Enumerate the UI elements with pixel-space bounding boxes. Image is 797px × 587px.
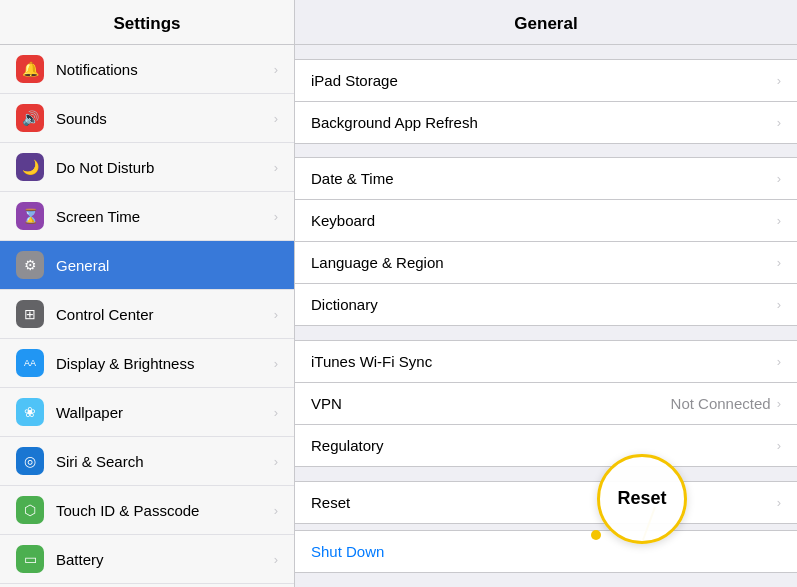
sidebar-item-label-general: General: [56, 257, 109, 274]
background-app-refresh-row[interactable]: Background App Refresh ›: [295, 102, 797, 143]
reset-callout-circle: Reset: [597, 454, 687, 544]
language-region-chevron: ›: [777, 255, 781, 270]
regulatory-row[interactable]: Regulatory ›: [295, 425, 797, 466]
settings-group-itunes: iTunes Wi-Fi Sync › VPN Not Connected › …: [295, 340, 797, 467]
sidebar-chevron-touch-id: ›: [274, 503, 278, 518]
itunes-wifi-sync-row[interactable]: iTunes Wi-Fi Sync ›: [295, 341, 797, 383]
sidebar-item-label-control-center: Control Center: [56, 306, 154, 323]
keyboard-label: Keyboard: [311, 212, 777, 229]
sidebar-item-label-display-brightness: Display & Brightness: [56, 355, 194, 372]
reset-callout-dot: [591, 530, 601, 540]
sidebar-item-battery[interactable]: ▭Battery›: [0, 535, 294, 584]
sidebar-icon-wallpaper: ❀: [16, 398, 44, 426]
sidebar-list: 🔔Notifications›🔊Sounds›🌙Do Not Disturb›⌛…: [0, 45, 294, 587]
sidebar-icon-sounds: 🔊: [16, 104, 44, 132]
itunes-wifi-sync-chevron: ›: [777, 354, 781, 369]
vpn-chevron: ›: [777, 396, 781, 411]
sidebar-item-wallpaper[interactable]: ❀Wallpaper›: [0, 388, 294, 437]
reset-callout-label: Reset: [617, 488, 666, 509]
sidebar-chevron-siri-search: ›: [274, 454, 278, 469]
dictionary-row[interactable]: Dictionary ›: [295, 284, 797, 325]
sidebar-item-general[interactable]: ⚙General: [0, 241, 294, 290]
sidebar-icon-do-not-disturb: 🌙: [16, 153, 44, 181]
sidebar-chevron-battery: ›: [274, 552, 278, 567]
app-container: Settings 🔔Notifications›🔊Sounds›🌙Do Not …: [0, 0, 797, 587]
sidebar-chevron-wallpaper: ›: [274, 405, 278, 420]
settings-group-datetime: Date & Time › Keyboard › Language & Regi…: [295, 157, 797, 326]
sidebar-chevron-notifications: ›: [274, 62, 278, 77]
sidebar-item-label-wallpaper: Wallpaper: [56, 404, 123, 421]
sidebar-item-do-not-disturb[interactable]: 🌙Do Not Disturb›: [0, 143, 294, 192]
sidebar-item-label-screen-time: Screen Time: [56, 208, 140, 225]
sidebar-item-label-sounds: Sounds: [56, 110, 107, 127]
sidebar-item-display-brightness[interactable]: AADisplay & Brightness›: [0, 339, 294, 388]
sidebar-item-notifications[interactable]: 🔔Notifications›: [0, 45, 294, 94]
sidebar-icon-screen-time: ⌛: [16, 202, 44, 230]
sidebar-item-label-touch-id: Touch ID & Passcode: [56, 502, 199, 519]
sidebar-chevron-control-center: ›: [274, 307, 278, 322]
reset-chevron: ›: [777, 495, 781, 510]
sidebar-chevron-screen-time: ›: [274, 209, 278, 224]
sidebar-icon-general: ⚙: [16, 251, 44, 279]
sidebar-item-siri-search[interactable]: ◎Siri & Search›: [0, 437, 294, 486]
sidebar-chevron-display-brightness: ›: [274, 356, 278, 371]
vpn-row[interactable]: VPN Not Connected ›: [295, 383, 797, 425]
sidebar-icon-notifications: 🔔: [16, 55, 44, 83]
language-region-row[interactable]: Language & Region ›: [295, 242, 797, 284]
settings-group-storage: iPad Storage › Background App Refresh ›: [295, 59, 797, 144]
sidebar-item-label-battery: Battery: [56, 551, 104, 568]
sidebar-item-touch-id[interactable]: ⬡Touch ID & Passcode›: [0, 486, 294, 535]
sidebar-icon-siri-search: ◎: [16, 447, 44, 475]
sidebar-item-control-center[interactable]: ⊞Control Center›: [0, 290, 294, 339]
dictionary-label: Dictionary: [311, 296, 777, 313]
background-app-refresh-label: Background App Refresh: [311, 114, 777, 131]
sidebar-chevron-sounds: ›: [274, 111, 278, 126]
sidebar-item-label-siri-search: Siri & Search: [56, 453, 144, 470]
keyboard-chevron: ›: [777, 213, 781, 228]
shut-down-link[interactable]: Shut Down: [295, 530, 797, 573]
sidebar-item-screen-time[interactable]: ⌛Screen Time›: [0, 192, 294, 241]
regulatory-label: Regulatory: [311, 437, 777, 454]
vpn-label: VPN: [311, 395, 671, 412]
keyboard-row[interactable]: Keyboard ›: [295, 200, 797, 242]
reset-row[interactable]: Reset ›: [295, 482, 797, 523]
ipad-storage-chevron: ›: [777, 73, 781, 88]
sidebar-item-sounds[interactable]: 🔊Sounds›: [0, 94, 294, 143]
main-content: General iPad Storage › Background App Re…: [295, 0, 797, 587]
sidebar-icon-display-brightness: AA: [16, 349, 44, 377]
ipad-storage-label: iPad Storage: [311, 72, 777, 89]
sidebar-icon-battery: ▭: [16, 545, 44, 573]
vpn-value: Not Connected: [671, 395, 771, 412]
language-region-label: Language & Region: [311, 254, 777, 271]
sidebar: Settings 🔔Notifications›🔊Sounds›🌙Do Not …: [0, 0, 295, 587]
reset-label: Reset: [311, 494, 777, 511]
itunes-wifi-sync-label: iTunes Wi-Fi Sync: [311, 353, 777, 370]
date-time-row[interactable]: Date & Time ›: [295, 158, 797, 200]
dictionary-chevron: ›: [777, 297, 781, 312]
sidebar-icon-touch-id: ⬡: [16, 496, 44, 524]
date-time-chevron: ›: [777, 171, 781, 186]
date-time-label: Date & Time: [311, 170, 777, 187]
regulatory-chevron: ›: [777, 438, 781, 453]
sidebar-chevron-do-not-disturb: ›: [274, 160, 278, 175]
sidebar-header: Settings: [0, 0, 294, 45]
settings-group-reset: Reset Reset ›: [295, 481, 797, 524]
ipad-storage-row[interactable]: iPad Storage ›: [295, 60, 797, 102]
sidebar-icon-control-center: ⊞: [16, 300, 44, 328]
main-header: General: [295, 0, 797, 45]
sidebar-item-label-notifications: Notifications: [56, 61, 138, 78]
background-app-refresh-chevron: ›: [777, 115, 781, 130]
sidebar-item-label-do-not-disturb: Do Not Disturb: [56, 159, 154, 176]
